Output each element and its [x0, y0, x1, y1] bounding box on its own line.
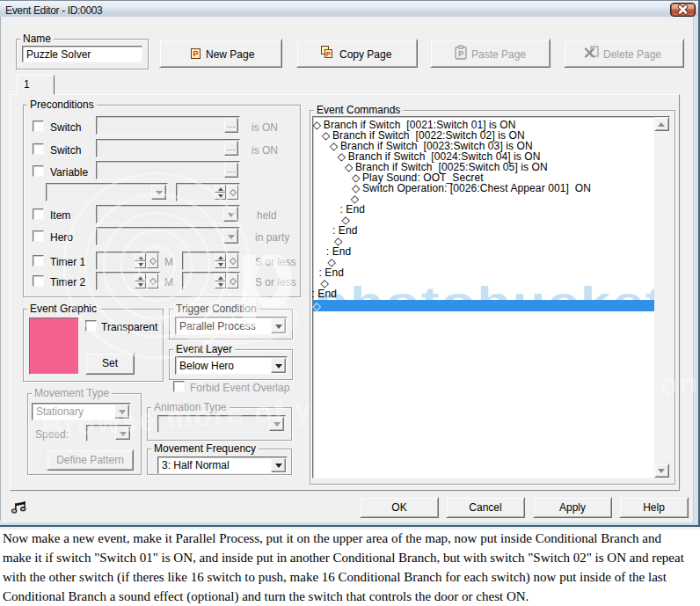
svg-text:P: P	[458, 49, 463, 58]
